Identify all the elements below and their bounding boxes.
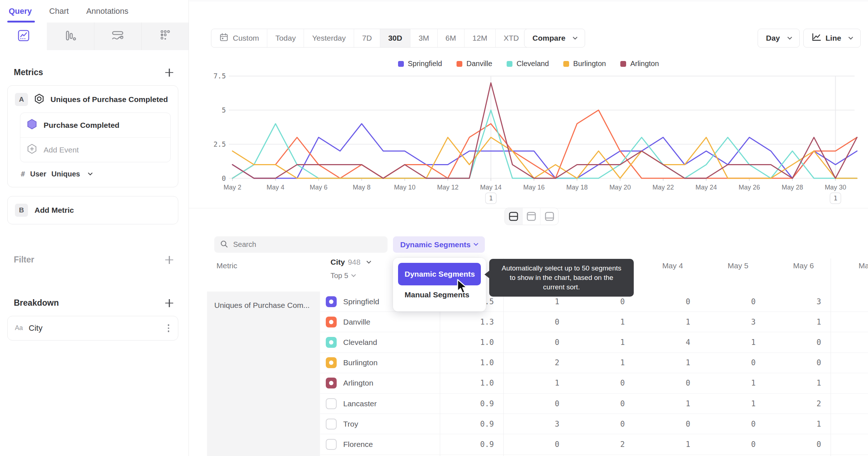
tab-annotations[interactable]: Annotations [86,7,128,23]
column-divider [440,292,440,456]
segment-search[interactable] [214,236,388,253]
query-sidebar: QueryChartAnnotations Metrics A Uniques … [0,0,189,456]
range-6m[interactable]: 6M [438,29,465,47]
main-top-divider [189,1,868,1]
add-metric-plus-button[interactable] [165,68,174,77]
interval-dropdown[interactable]: Day [758,29,800,48]
range-label: 7D [362,34,372,42]
chart-style-dropdown[interactable]: Line [803,29,861,48]
segment-name: Troy [343,420,358,428]
chart-style-label: Line [826,34,841,42]
line-chart-icon [17,29,30,43]
legend-item-arlington[interactable]: Arlington [620,60,659,68]
chevron-down-icon [787,35,792,40]
segment-checkbox-unchecked[interactable] [326,419,337,429]
search-input[interactable] [233,240,382,249]
chevron-down-icon [848,35,853,40]
legend-item-burlington[interactable]: Burlington [563,60,606,68]
legend-item-danville[interactable]: Danville [457,60,492,68]
property-type-icon: Aa [15,324,23,332]
date-column-header: May 4 [634,258,699,280]
x-axis-label: May 26 [739,184,760,191]
range-12m[interactable]: 12M [465,29,496,47]
layout-split-equal-button[interactable] [505,208,523,225]
segments-mode-label: Dynamic Segments [400,240,471,249]
segment-name: Danville [343,318,370,326]
add-breakdown-button[interactable] [165,298,174,308]
line-chart[interactable]: 02.557.5May 2May 4May 6May 8May 10May 12… [183,69,868,205]
table-row-danville: Danville1.301131 [320,312,868,332]
chart-type-line-chart-icon[interactable] [0,23,47,50]
tab-query[interactable]: Query [9,7,32,23]
legend-label: Springfield [408,60,442,68]
layout-top-heavy-button[interactable] [523,208,540,225]
mouse-cursor [456,279,469,297]
x-axis-label: May 6 [310,184,328,191]
legend-label: Danville [466,60,492,68]
cell-value: 1 [634,358,699,367]
table-row-troy: Troy0.930001 [320,414,868,434]
y-axis-label: 5 [222,106,226,114]
range-3m[interactable]: 3M [410,29,437,47]
compare-button[interactable]: Compare [524,29,585,48]
cell-value: 0 [634,297,699,306]
segment-checkbox-checked[interactable] [326,378,337,388]
add-event-row[interactable]: Add Event [20,137,170,162]
cell-value: 3 [503,420,569,428]
metric-row-label: Uniques of Purchase Com... [207,292,320,456]
x-axis-label: May 24 [695,184,717,191]
cell-value: 1 [765,420,831,428]
segment-checkbox-checked[interactable] [326,337,337,348]
segment-name: Florence [343,440,373,449]
chart-type-flow-icon[interactable] [94,23,142,50]
cell-value: 1 [765,379,831,387]
cell-value: 1 [503,297,569,306]
layout-bottom-heavy-button[interactable] [540,208,558,225]
add-filter-button[interactable] [165,255,174,265]
add-event-label: Add Event [44,146,79,154]
range-7d[interactable]: 7D [354,29,380,47]
range-label: Yesterday [312,34,346,42]
annotation-badge-label: 1 [489,194,493,202]
series-line-springfield[interactable] [232,124,857,178]
filter-section-title: Filter [14,255,34,265]
y-axis-label: 7.5 [214,72,226,80]
chart-type-bar-chart-icon[interactable] [47,23,94,50]
segments-mode-button[interactable]: Dynamic Segments [393,236,485,253]
range-today[interactable]: Today [267,29,304,47]
tab-chart[interactable]: Chart [49,7,69,23]
segment-checkbox-checked[interactable] [326,357,337,368]
range-custom[interactable]: Custom [211,29,267,47]
cell-value: 0 [503,338,569,347]
kebab-menu-icon[interactable] [166,323,171,334]
number-icon: # [21,170,25,178]
table-row-burlington: Burlington1.021100 [320,353,868,373]
chevron-down-icon [573,35,577,40]
chart-type-dot-grid-icon[interactable] [142,23,188,50]
segment-checkbox-unchecked[interactable] [326,398,337,409]
metric-card-b-add[interactable]: B Add Metric [7,196,178,224]
cell-value: 1 [700,379,765,387]
range-label: 3M [418,34,429,42]
range-yesterday[interactable]: Yesterday [304,29,354,47]
segment-checkbox-checked[interactable] [326,317,337,327]
series-line-burlington[interactable] [232,137,857,178]
range-label: 6M [446,34,456,42]
legend-item-springfield[interactable]: Springfield [398,60,442,68]
segment-name: Arlington [343,379,373,387]
event-name: Purchase Completed [44,121,119,130]
legend-item-cleveland[interactable]: Cleveland [507,60,549,68]
cell-value: 1 [569,338,634,347]
measure-selector[interactable]: # User Uniques [21,170,171,178]
breakdown-item-city[interactable]: Aa City [7,316,178,341]
metric-card-a[interactable]: A Uniques of Purchase Completed Purchase… [7,85,178,187]
range-30d[interactable]: 30D [380,29,411,47]
segment-checkbox-checked[interactable] [326,296,337,307]
event-row-purchase-completed[interactable]: Purchase Completed [20,113,170,137]
x-axis-label: May 10 [394,184,415,191]
segment-checkbox-unchecked[interactable] [326,439,337,450]
range-label: Custom [233,34,259,42]
legend-swatch [398,61,404,67]
cell-value: 1 [569,318,634,326]
avg-value: 1.0 [440,379,503,387]
